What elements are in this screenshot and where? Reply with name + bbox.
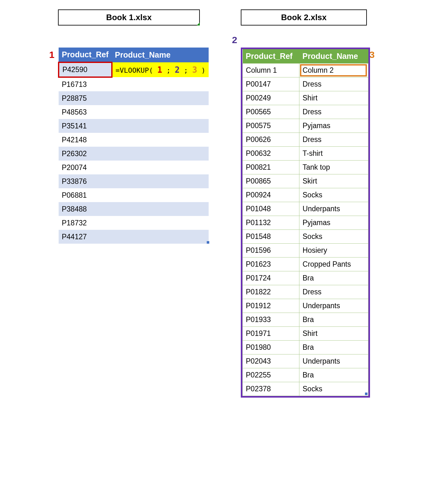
book2-ref-cell[interactable]: P00249 — [243, 91, 299, 105]
table-row: P42590=VLOOKUP( 1 ; 2 ; 3 ) — [59, 62, 209, 77]
book2-ref-cell[interactable]: P02378 — [243, 382, 299, 396]
book2-title: Book 2.xlsx — [241, 9, 367, 25]
book1-ref-cell[interactable]: P16713 — [59, 77, 112, 91]
book2-subheader-c2: Column 2 — [299, 64, 368, 77]
callout-3: 3 — [369, 49, 375, 60]
book2-ref-cell[interactable]: P00632 — [243, 147, 299, 161]
book1-ref-cell[interactable]: P42148 — [59, 133, 112, 147]
book2-name-cell[interactable]: Underpants — [299, 202, 368, 216]
book2-ref-cell[interactable]: P01048 — [243, 202, 299, 216]
book1-ref-cell[interactable]: P35141 — [59, 119, 112, 133]
book2-name-cell[interactable]: Pyjamas — [299, 119, 368, 133]
book2-header-ref: Product_Ref — [243, 49, 299, 64]
table-row: P48563 — [59, 105, 209, 119]
book2-name-cell[interactable]: Pyjamas — [299, 216, 368, 230]
book2-name-cell[interactable]: Socks — [299, 230, 368, 244]
book1-ref-cell[interactable]: P20074 — [59, 161, 112, 174]
table-row: P00626Dress — [243, 133, 368, 147]
book2-ref-cell[interactable]: P02255 — [243, 368, 299, 382]
book1-name-cell[interactable] — [112, 202, 209, 216]
book2-table-wrap: Product_Ref Product_Name Column 1 Column… — [241, 48, 370, 398]
book2-ref-cell[interactable]: P01724 — [243, 271, 299, 285]
book2-ref-cell[interactable]: P02043 — [243, 354, 299, 368]
book2-name-cell[interactable]: Underpants — [299, 354, 368, 368]
book2-ref-cell[interactable]: P00821 — [243, 161, 299, 174]
book2-subheader-c2-text: Column 2 — [303, 66, 333, 74]
table-row: P01048Underpants — [243, 202, 368, 216]
book1-ref-cell[interactable]: P26302 — [59, 147, 112, 161]
table-row: P02378Socks — [243, 382, 368, 396]
table-row: P18732 — [59, 216, 209, 230]
book2-ref-cell[interactable]: P00924 — [243, 188, 299, 202]
book2-ref-cell[interactable]: P00575 — [243, 119, 299, 133]
book2-name-cell[interactable]: Shirt — [299, 327, 368, 341]
book2-name-cell[interactable]: Tank top — [299, 161, 368, 174]
book2-name-cell[interactable]: Cropped Pants — [299, 258, 368, 271]
book2-ref-cell[interactable]: P01548 — [243, 230, 299, 244]
book1-name-cell[interactable] — [112, 105, 209, 119]
book1-ref-cell[interactable]: P48563 — [59, 105, 112, 119]
book1-ref-cell[interactable]: P28875 — [59, 91, 112, 105]
book2-ref-cell[interactable]: P00865 — [243, 174, 299, 188]
book2-ref-cell[interactable]: P01623 — [243, 258, 299, 271]
book1-name-cell[interactable] — [112, 188, 209, 202]
table-row: P01912Underpants — [243, 299, 368, 313]
book1-name-cell[interactable] — [112, 91, 209, 105]
book1-name-cell[interactable] — [112, 216, 209, 230]
book2-ref-cell[interactable]: P00147 — [243, 77, 299, 91]
book1-name-cell[interactable] — [112, 161, 209, 174]
table-row: P01971Shirt — [243, 327, 368, 341]
book1-name-cell[interactable] — [112, 119, 209, 133]
formula-arg-3: 3 — [192, 65, 197, 75]
table-row: P28875 — [59, 91, 209, 105]
table-row: P01596Hosiery — [243, 244, 368, 258]
book2-subheader-row: Column 1 Column 2 — [243, 64, 368, 77]
book1-name-cell[interactable] — [112, 133, 209, 147]
book2-ref-cell[interactable]: P01912 — [243, 299, 299, 313]
book1-name-cell[interactable]: =VLOOKUP( 1 ; 2 ; 3 ) — [112, 62, 209, 77]
book2-name-cell[interactable]: T-shirt — [299, 147, 368, 161]
book1-ref-cell[interactable]: P42590 — [59, 62, 112, 77]
table-row: P01623Cropped Pants — [243, 258, 368, 271]
book2-name-cell[interactable]: Dress — [299, 285, 368, 299]
book1-name-cell[interactable] — [112, 147, 209, 161]
book2-ref-cell[interactable]: P01596 — [243, 244, 299, 258]
book2-name-cell[interactable]: Bra — [299, 368, 368, 382]
book1-ref-cell[interactable]: P33876 — [59, 174, 112, 188]
book2-name-cell[interactable]: Socks — [299, 188, 368, 202]
book2-name-cell[interactable]: Skirt — [299, 174, 368, 188]
book2-name-cell[interactable]: Shirt — [299, 91, 368, 105]
table-row: P33876 — [59, 174, 209, 188]
book2-name-cell[interactable]: Bra — [299, 271, 368, 285]
table-row: P00632T-shirt — [243, 147, 368, 161]
book2-name-cell[interactable]: Bra — [299, 341, 368, 354]
book1-name-cell[interactable] — [112, 77, 209, 91]
book1-ref-cell[interactable]: P38488 — [59, 202, 112, 216]
table-row: P02255Bra — [243, 368, 368, 382]
book1-ref-cell[interactable]: P06881 — [59, 188, 112, 202]
book2-ref-cell[interactable]: P01980 — [243, 341, 299, 354]
book2-name-cell[interactable]: Socks — [299, 382, 368, 396]
book2-header-row: Product_Ref Product_Name — [243, 49, 368, 64]
book2-name-cell[interactable]: Bra — [299, 313, 368, 327]
book1-ref-cell[interactable]: P18732 — [59, 216, 112, 230]
book2-name-cell[interactable]: Dress — [299, 105, 368, 119]
table-row: P01132Pyjamas — [243, 216, 368, 230]
book2-ref-cell[interactable]: P00626 — [243, 133, 299, 147]
book1-name-cell[interactable] — [112, 230, 209, 244]
book2-ref-cell[interactable]: P01822 — [243, 285, 299, 299]
book2-ref-cell[interactable]: P01132 — [243, 216, 299, 230]
book2-ref-cell[interactable]: P01971 — [243, 327, 299, 341]
book2-name-cell[interactable]: Hosiery — [299, 244, 368, 258]
book2-ref-cell[interactable]: P01933 — [243, 313, 299, 327]
book2-name-cell[interactable]: Dress — [299, 133, 368, 147]
book2-name-cell[interactable]: Dress — [299, 77, 368, 91]
book1-ref-cell[interactable]: P44127 — [59, 230, 112, 244]
book1-name-cell[interactable] — [112, 174, 209, 188]
table-row: P01724Bra — [243, 271, 368, 285]
book1-header-ref: Product_Ref — [59, 48, 112, 62]
book2-ref-cell[interactable]: P00565 — [243, 105, 299, 119]
book1-header-row: Product_Ref Product_Name — [59, 48, 209, 62]
table-row: P01980Bra — [243, 341, 368, 354]
book2-name-cell[interactable]: Underpants — [299, 299, 368, 313]
